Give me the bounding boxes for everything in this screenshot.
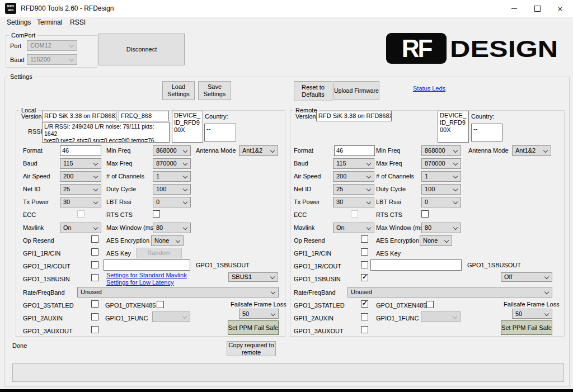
remote-rts-cts-checkbox[interactable] — [421, 210, 429, 218]
local-num-channels-select[interactable]: 1 — [153, 171, 191, 182]
remote-gpi1-2auxin-checkbox[interactable] — [361, 313, 368, 320]
progress-bar — [12, 363, 564, 382]
chevron-down-icon — [367, 225, 371, 230]
local-max-freq-select[interactable]: 870000 — [153, 158, 191, 169]
remote-baud-select[interactable]: 115 — [333, 158, 374, 169]
copy-required-to-remote-button[interactable]: Copy required to remote — [227, 341, 276, 356]
local-low-latency-link[interactable]: Settings for Low Latency — [106, 279, 173, 286]
local-gpo1-3auxout-checkbox[interactable] — [91, 326, 98, 333]
remote-min-freq-select[interactable]: 868000 — [421, 145, 461, 156]
chevron-down-icon — [453, 174, 458, 178]
remote-tx-power-select[interactable]: 30 — [333, 197, 374, 207]
local-air-speed-select[interactable]: 200 — [60, 171, 101, 182]
app-icon: RFD 900 — [5, 3, 16, 14]
chevron-down-icon — [543, 148, 548, 153]
local-gpo1-3statled-checkbox[interactable] — [91, 300, 98, 308]
remote-set-ppm-failsafe-button[interactable]: Set PPM Fail Safe — [501, 320, 552, 335]
local-aes-key-input[interactable] — [104, 259, 190, 271]
window-bottom-edge — [0, 389, 573, 392]
local-version-value: RFD SiK 3.38 on RFD868X — [42, 111, 116, 121]
local-format-label: Format — [23, 147, 43, 154]
remote-gpo1-3auxout-checkbox[interactable] — [361, 326, 368, 333]
local-gpo1-1rcout-checkbox[interactable] — [91, 261, 98, 268]
local-lbt-rssi-label: LBT Rssi — [106, 199, 131, 205]
load-settings-button[interactable]: Load Settings — [162, 81, 195, 100]
remote-antenna-mode-select[interactable]: Ant1&2 — [512, 145, 551, 156]
remote-lbt-rssi-select[interactable]: 0 — [421, 197, 461, 207]
remote-format-input[interactable]: 46 — [334, 145, 375, 156]
remote-failsafe-select[interactable]: 50 — [512, 309, 552, 319]
remote-mavlink-select[interactable]: On — [333, 223, 374, 233]
chevron-down-icon — [176, 238, 180, 243]
maximize-button[interactable] — [524, 0, 550, 17]
local-min-freq-select[interactable]: 868000 — [153, 145, 191, 156]
remote-num-channels-select[interactable]: 1 — [421, 171, 461, 182]
local-aes-encryption-select[interactable]: None — [151, 235, 184, 246]
remote-rate-freqband-select[interactable]: Unused — [347, 287, 552, 297]
local-sbus-mode-select[interactable]: SBUS1 — [228, 272, 278, 282]
menu-settings[interactable]: Settings — [7, 18, 31, 26]
remote-mavlink-label: Mavlink — [294, 224, 314, 231]
local-ecc-checkbox[interactable] — [77, 210, 84, 218]
local-aes-random-button[interactable]: Random — [136, 248, 182, 258]
remote-gpo1-1sbusin-checkbox[interactable] — [361, 274, 368, 281]
save-settings-button[interactable]: Save Settings — [198, 81, 231, 100]
local-baud-select[interactable]: 115 — [60, 158, 101, 169]
baud-select[interactable]: 115200 — [27, 54, 77, 65]
local-gpi1-1rcin-checkbox[interactable] — [91, 248, 98, 256]
local-standard-mavlink-link[interactable]: Settings for Standard Mavlink — [106, 272, 187, 278]
menu-terminal[interactable]: Terminal — [37, 18, 62, 26]
local-rts-cts-checkbox[interactable] — [153, 210, 160, 218]
local-set-ppm-failsafe-button[interactable]: Set PPM Fail Safe — [228, 320, 279, 335]
local-mavlink-label: Mavlink — [23, 224, 44, 231]
status-leds-link[interactable]: Status Leds — [413, 85, 445, 92]
remote-ecc-checkbox[interactable] — [351, 210, 358, 218]
upload-firmware-button[interactable]: Upload Firmware — [334, 81, 379, 100]
local-gpi1-2auxin-checkbox[interactable] — [91, 313, 98, 320]
remote-air-speed-select[interactable]: 200 — [333, 171, 374, 182]
local-gpio1-1func-select[interactable] — [152, 311, 190, 322]
chevron-down-icon — [93, 225, 98, 230]
remote-gpo1-1rcout-checkbox[interactable] — [361, 261, 368, 268]
disconnect-button[interactable]: Disconnect — [98, 34, 185, 65]
remote-max-window-select[interactable]: 80 — [421, 223, 461, 233]
remote-gpio1-1func-select[interactable] — [421, 311, 461, 322]
baud-label: Baud — [10, 56, 25, 63]
local-gpo1-1sbusin-checkbox[interactable] — [91, 274, 98, 281]
remote-aes-key-input[interactable] — [370, 259, 462, 271]
local-gpo1-0txen485-checkbox[interactable] — [157, 301, 164, 308]
remote-gpo1-3statled-checkbox[interactable] — [361, 300, 368, 308]
remote-op-resend-checkbox[interactable] — [361, 235, 368, 243]
port-select[interactable]: COM12 — [27, 40, 77, 51]
local-op-resend-checkbox[interactable] — [91, 235, 98, 243]
local-lbt-rssi-select[interactable]: 0 — [153, 197, 191, 207]
remote-duty-cycle-select[interactable]: 100 — [421, 184, 461, 195]
local-duty-cycle-select[interactable]: 100 — [153, 184, 191, 195]
local-format-input[interactable]: 46 — [60, 145, 101, 156]
local-antenna-mode-select[interactable]: Ant1&2 — [239, 145, 278, 156]
remote-gpo1-0txen485-checkbox[interactable] — [426, 301, 434, 308]
menu-rssi[interactable]: RSSI — [70, 18, 86, 26]
local-max-window-select[interactable]: 80 — [153, 223, 191, 233]
local-tx-power-select[interactable]: 30 — [60, 197, 101, 207]
remote-sbus-mode-select[interactable]: Off — [501, 272, 552, 282]
remote-country-value: -- — [471, 124, 502, 141]
remote-num-channels-label: # of Channels — [376, 173, 414, 180]
local-failsafe-select[interactable]: 50 — [239, 309, 279, 319]
reset-defaults-button[interactable]: Reset to Defaults — [294, 81, 332, 101]
remote-max-window-label: Max Window (ms) — [376, 224, 425, 231]
title-bar: RFD 900 RFD900 Tools 2.60 - RFDesign × — [0, 0, 573, 17]
local-gpi1-2auxin-label: GPI1_2AUXIN — [23, 315, 63, 322]
remote-aes-encryption-select[interactable]: None — [420, 235, 452, 246]
remote-max-freq-select[interactable]: 870000 — [421, 158, 461, 169]
remote-gpi1-1rcin-checkbox[interactable] — [361, 248, 368, 256]
remote-net-id-select[interactable]: 25 — [333, 184, 374, 195]
local-mavlink-select[interactable]: On — [60, 223, 101, 233]
maximize-icon — [534, 6, 541, 12]
local-gpo1-0txen485-label: GPO1_0TXEN485 — [105, 302, 156, 309]
remote-max-freq-label: Max Freq — [376, 160, 402, 167]
local-rate-freqband-select[interactable]: Unused — [77, 287, 279, 297]
local-net-id-select[interactable]: 25 — [60, 184, 101, 195]
minimize-button[interactable] — [501, 0, 527, 17]
close-button[interactable]: × — [547, 0, 573, 17]
